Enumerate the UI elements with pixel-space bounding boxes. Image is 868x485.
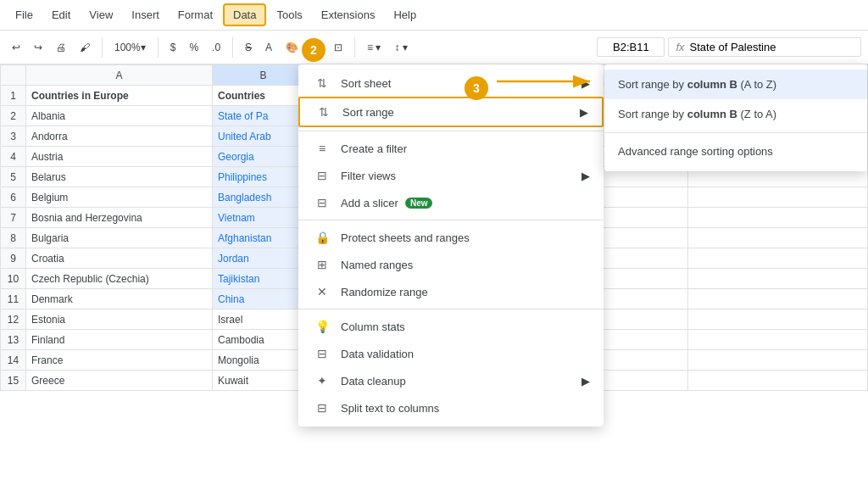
cell-extra-12-2[interactable] bbox=[687, 309, 867, 330]
split-text-option[interactable]: ⊟ Split text to columns bbox=[298, 394, 604, 421]
cell-a15[interactable]: Greece bbox=[26, 371, 213, 391]
print-button[interactable]: 🖨 bbox=[51, 38, 71, 57]
randomize-option[interactable]: ✕ Randomize range bbox=[298, 278, 604, 305]
cell-a12[interactable]: Estonia bbox=[26, 309, 213, 330]
menu-view[interactable]: View bbox=[81, 5, 121, 25]
add-slicer-label: Add a slicer bbox=[341, 197, 398, 209]
menu-help[interactable]: Help bbox=[385, 5, 425, 25]
corner-cell bbox=[1, 65, 26, 86]
column-stats-icon: 💡 bbox=[312, 320, 332, 333]
sep-2 bbox=[298, 220, 604, 220]
cell-extra-15-2[interactable] bbox=[687, 371, 867, 391]
undo-button[interactable]: ↩ bbox=[7, 38, 25, 57]
create-filter-icon: ≡ bbox=[312, 142, 332, 155]
step-3-badge: 3 bbox=[465, 76, 488, 100]
sort-range-option[interactable]: ⇅ Sort range ▶ bbox=[298, 97, 604, 127]
sort-range-icon: ⇅ bbox=[314, 105, 334, 119]
create-filter-option[interactable]: ≡ Create a filter bbox=[298, 135, 604, 162]
row-num-9: 9 bbox=[1, 248, 26, 269]
protect-icon: 🔒 bbox=[312, 231, 332, 244]
cell-a1[interactable]: Countries in Europe bbox=[26, 86, 213, 106]
col-a-header[interactable]: A bbox=[26, 65, 213, 86]
sort-asc-bold: column B bbox=[687, 78, 737, 91]
menu-file[interactable]: File bbox=[7, 5, 42, 25]
menu-tools[interactable]: Tools bbox=[268, 5, 310, 25]
cell-a5[interactable]: Belarus bbox=[26, 167, 213, 187]
row-num-15: 15 bbox=[1, 371, 26, 391]
sep1 bbox=[102, 37, 103, 58]
menu-bar: File Edit View Insert Format Data Tools … bbox=[0, 0, 868, 31]
cell-extra-9-2[interactable] bbox=[687, 248, 867, 269]
sort-sheet-icon: ⇅ bbox=[312, 76, 332, 90]
cell-a9[interactable]: Croatia bbox=[26, 248, 213, 269]
add-slicer-option[interactable]: ⊟ Add a slicer New bbox=[298, 189, 604, 216]
cell-extra-11-2[interactable] bbox=[687, 289, 867, 309]
sep4 bbox=[354, 37, 355, 58]
merge-button[interactable]: ⊡ bbox=[329, 38, 348, 57]
redo-button[interactable]: ↪ bbox=[29, 38, 47, 57]
cell-a3[interactable]: Andorra bbox=[26, 126, 213, 147]
menu-data[interactable]: Data bbox=[223, 3, 266, 26]
paint-format-button[interactable]: 🖌 bbox=[75, 38, 95, 57]
named-ranges-option[interactable]: ⊞ Named ranges bbox=[298, 251, 604, 278]
cell-a11[interactable]: Denmark bbox=[26, 289, 213, 309]
data-validation-label: Data validation bbox=[341, 348, 414, 360]
cell-a10[interactable]: Czech Republic (Czechia) bbox=[26, 269, 213, 289]
data-validation-icon: ⊟ bbox=[312, 347, 332, 360]
row-header-1: 1 bbox=[1, 86, 26, 106]
cell-a13[interactable]: Finland bbox=[26, 330, 213, 350]
row-num-7: 7 bbox=[1, 208, 26, 228]
cell-extra-10-2[interactable] bbox=[687, 269, 867, 289]
row-num-12: 12 bbox=[1, 309, 26, 330]
cell-a14[interactable]: France bbox=[26, 350, 213, 371]
filter-views-option[interactable]: ⊟ Filter views ▶ bbox=[298, 162, 604, 189]
menu-format[interactable]: Format bbox=[170, 5, 221, 25]
data-cleanup-label: Data cleanup bbox=[341, 375, 406, 387]
decimals-button[interactable]: .0 bbox=[207, 38, 225, 57]
named-ranges-label: Named ranges bbox=[341, 259, 413, 271]
cell-extra-8-2[interactable] bbox=[687, 228, 867, 248]
zoom-button[interactable]: 100% ▾ bbox=[109, 38, 151, 57]
row-num-2: 2 bbox=[1, 106, 26, 126]
strikethrough-button[interactable]: S bbox=[240, 38, 257, 57]
column-stats-option[interactable]: 💡 Column stats bbox=[298, 313, 604, 340]
row-num-3: 3 bbox=[1, 126, 26, 147]
cell-extra-14-2[interactable] bbox=[687, 350, 867, 371]
valign-button[interactable]: ↕ ▾ bbox=[389, 38, 412, 57]
menu-extensions[interactable]: Extensions bbox=[313, 5, 384, 25]
cell-a7[interactable]: Bosnia and Herzegovina bbox=[26, 208, 213, 228]
currency-button[interactable]: $ bbox=[165, 38, 181, 57]
toolbar: ↩ ↪ 🖨 🖌 100% ▾ $ % .0 S A 🎨 ⊞ ⊡ ≡ ▾ ↕ ▾ … bbox=[0, 31, 868, 64]
align-button[interactable]: ≡ ▾ bbox=[362, 38, 386, 57]
cell-a2[interactable]: Albania bbox=[26, 106, 213, 126]
cell-extra-13-2[interactable] bbox=[687, 330, 867, 350]
protect-option[interactable]: 🔒 Protect sheets and ranges bbox=[298, 224, 604, 251]
data-cleanup-option[interactable]: ✦ Data cleanup ▶ bbox=[298, 367, 604, 394]
cell-a6[interactable]: Belgium bbox=[26, 187, 213, 208]
row-num-10: 10 bbox=[1, 269, 26, 289]
row-num-4: 4 bbox=[1, 147, 26, 167]
protect-label: Protect sheets and ranges bbox=[341, 231, 470, 244]
data-cleanup-icon: ✦ bbox=[312, 374, 332, 387]
sort-range-submenu: Sort range by column B (A to Z) Sort ran… bbox=[604, 64, 867, 171]
menu-insert[interactable]: Insert bbox=[123, 5, 168, 25]
sort-desc-option[interactable]: Sort range by column B (Z to A) bbox=[604, 99, 867, 129]
advanced-sort-option[interactable]: Advanced range sorting options bbox=[604, 137, 867, 166]
cell-extra-7-2[interactable] bbox=[687, 208, 867, 228]
cell-a4[interactable]: Austria bbox=[26, 147, 213, 167]
column-stats-label: Column stats bbox=[341, 321, 405, 333]
data-validation-option[interactable]: ⊟ Data validation bbox=[298, 340, 604, 367]
menu-edit[interactable]: Edit bbox=[43, 5, 79, 25]
cell-reference[interactable] bbox=[597, 37, 665, 57]
text-color-button[interactable]: A bbox=[260, 38, 277, 57]
sort-asc-option[interactable]: Sort range by column B (A to Z) bbox=[604, 70, 867, 99]
percent-button[interactable]: % bbox=[184, 38, 203, 57]
row-num-5: 5 bbox=[1, 167, 26, 187]
fx-icon: fx bbox=[676, 41, 684, 53]
cell-extra-6-2[interactable] bbox=[687, 187, 867, 208]
cell-a8[interactable]: Bulgaria bbox=[26, 228, 213, 248]
sep-1 bbox=[298, 131, 604, 131]
fill-color-button[interactable]: 🎨 bbox=[281, 38, 303, 57]
sep2 bbox=[158, 37, 159, 58]
sort-range-arrow: ▶ bbox=[580, 106, 588, 119]
